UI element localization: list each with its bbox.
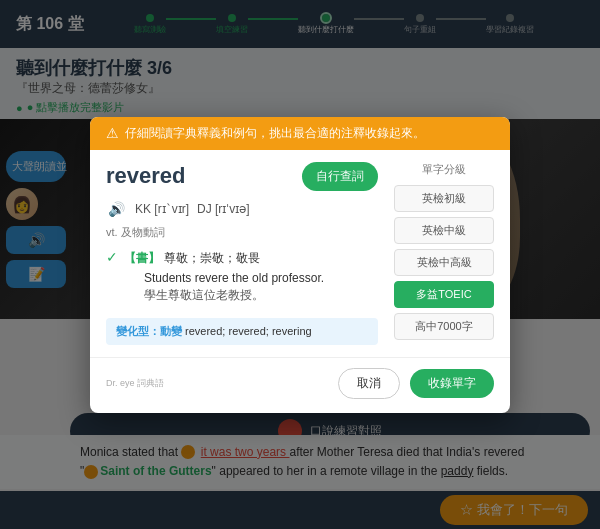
check-icon: ✓	[106, 249, 118, 265]
modal-footer: Dr. eye 詞典語 取消 收錄單字	[90, 357, 510, 413]
level-btn-2[interactable]: 英檢中高級	[394, 249, 494, 276]
example-english: Students revere the old professor.	[144, 271, 324, 285]
level-btn-3[interactable]: 多益TOEIC	[394, 281, 494, 308]
level-btn-4[interactable]: 高中7000字	[394, 313, 494, 340]
word-display: revered	[106, 163, 186, 189]
self-check-button[interactable]: 自行查詞	[302, 162, 378, 191]
morphology-box: 變化型：動變 revered; revered; revering	[106, 318, 378, 345]
collect-button[interactable]: 收錄單字	[410, 369, 494, 398]
level-btn-1[interactable]: 英檢中級	[394, 217, 494, 244]
self-check-label: 自行查詞	[316, 169, 364, 183]
main-page: 第 106 堂 聽寫測驗 填空練習 聽到什麼打什麼	[0, 0, 600, 529]
definition-row: ✓ 【書】 尊敬；崇敬；敬畏 Students revere the old p…	[106, 248, 378, 312]
example-chinese: 學生尊敬這位老教授。	[144, 287, 324, 304]
level-4-label: 高中7000字	[415, 320, 472, 332]
level-1-label: 英檢中級	[422, 224, 466, 236]
level-btn-0[interactable]: 英檢初級	[394, 185, 494, 212]
word-row: revered 自行查詞	[106, 162, 378, 191]
collect-label: 收錄單字	[428, 376, 476, 390]
modal-banner-text: 仔細閱讀字典釋義和例句，挑出最合適的注釋收錄起來。	[125, 125, 425, 142]
phonetic-audio-button[interactable]: 🔊	[106, 199, 127, 219]
definition-text: 尊敬；崇敬；敬畏	[164, 251, 260, 265]
level-title: 單字分級	[394, 162, 494, 177]
phonetic-dj: DJ [rɪˈvɪə]	[197, 202, 250, 216]
phonetic-kk: KK [rɪˋvɪr]	[135, 202, 189, 216]
level-2-label: 英檢中高級	[417, 256, 472, 268]
modal-source: Dr. eye 詞典語	[106, 377, 164, 390]
modal-right-content: 單字分級 英檢初級 英檢中級 英檢中高級 多益TOEIC 高中7000字	[394, 162, 494, 345]
cancel-button[interactable]: 取消	[338, 368, 400, 399]
level-3-label: 多益TOEIC	[416, 288, 471, 300]
definition-content: 【書】 尊敬；崇敬；敬畏 Students revere the old pro…	[124, 248, 324, 312]
morph-text: revered; revered; revering	[185, 325, 312, 337]
level-0-label: 英檢初級	[422, 192, 466, 204]
morph-label: 變化型：動變	[116, 325, 182, 337]
definition-tag: 【書】	[124, 251, 160, 265]
modal-body: revered 自行查詞 🔊 KK [rɪˋvɪr] DJ [rɪˈvɪə] v…	[90, 150, 510, 357]
dictionary-modal: ⚠ 仔細閱讀字典釋義和例句，挑出最合適的注釋收錄起來。 revered 自行查詞	[90, 117, 510, 413]
modal-banner: ⚠ 仔細閱讀字典釋義和例句，挑出最合適的注釋收錄起來。	[90, 117, 510, 150]
cancel-label: 取消	[357, 376, 381, 390]
modal-overlay: ⚠ 仔細閱讀字典釋義和例句，挑出最合適的注釋收錄起來。 revered 自行查詞	[0, 0, 600, 529]
phonetic-row: 🔊 KK [rɪˋvɪr] DJ [rɪˈvɪə]	[106, 199, 378, 219]
pos-label: vt. 及物動詞	[106, 225, 378, 240]
warning-icon: ⚠	[106, 125, 119, 141]
modal-left-content: revered 自行查詞 🔊 KK [rɪˋvɪr] DJ [rɪˈvɪə] v…	[106, 162, 378, 345]
